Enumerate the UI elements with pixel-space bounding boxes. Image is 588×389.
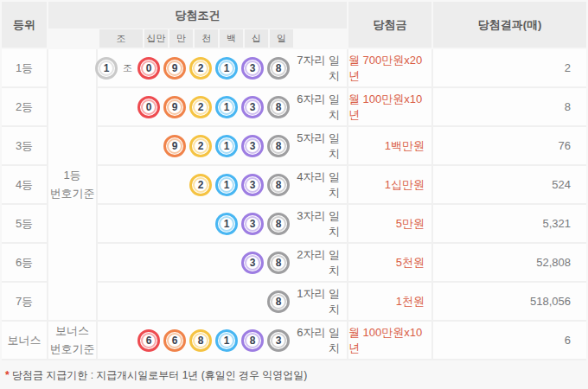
lottery-ball-digit: 8	[271, 294, 286, 309]
winner-count: 524	[433, 166, 586, 203]
winner-count: 52,808	[433, 244, 586, 281]
lottery-ball: 9	[163, 135, 186, 157]
prize-amount: 1백만원	[348, 127, 431, 164]
lottery-ball-digit: 8	[193, 333, 208, 348]
jo-unit-label: 조	[123, 61, 132, 74]
lottery-ball-digit: 2	[193, 99, 208, 115]
prize-amount: 월 100만원x10년	[348, 88, 431, 125]
lottery-ball: 8	[241, 329, 264, 352]
lottery-ball: 1	[215, 96, 238, 118]
lottery-ball: 8	[267, 57, 290, 80]
match-condition-label: 2자리 일치	[297, 247, 340, 278]
lottery-ball: 8	[267, 135, 290, 157]
prize-amount: 1십만원	[348, 166, 431, 203]
lottery-ball: 0	[137, 57, 160, 80]
ball-group: 38	[241, 252, 290, 274]
ball-group: 92138	[163, 135, 290, 157]
prize-amount: 5만원	[348, 205, 431, 242]
header-result: 당첨결과(매)	[433, 2, 586, 48]
winning-condition-cell: 6681836자리 일치	[98, 322, 347, 359]
lottery-ball-digit: 3	[245, 177, 260, 193]
group-cell-first-prize-basis: 1등 번호기준	[48, 49, 96, 320]
ball-group: 668183	[137, 329, 290, 352]
header-condition-title: 당첨조건	[48, 2, 347, 29]
lottery-ball-digit: 8	[271, 61, 286, 76]
lottery-ball: 1	[95, 57, 118, 80]
lottery-ball: 1	[215, 329, 238, 352]
lottery-ball-digit: 1	[219, 216, 234, 232]
lottery-ball: 6	[163, 329, 186, 352]
lottery-ball-digit: 8	[271, 255, 286, 271]
payment-deadline-note: * 당첨금 지급기한 : 지급개시일로부터 1년 (휴일인 경우 익영업일)	[2, 368, 586, 383]
winner-count: 518,056	[433, 283, 586, 320]
winning-condition-cell: 0921386자리 일치	[98, 88, 347, 125]
lottery-ball-digit: 3	[271, 333, 286, 348]
winning-condition-cell: 382자리 일치	[98, 244, 347, 281]
lottery-ball: 8	[267, 96, 290, 118]
lottery-ball-digit: 8	[245, 333, 260, 348]
ball-group: 138	[215, 213, 290, 235]
prize-amount: 월 700만원x20년	[348, 49, 431, 86]
lottery-ball: 3	[241, 174, 264, 196]
lottery-ball: 1	[215, 174, 238, 196]
table-body: 1등 번호기준 보너스 번호기준 1등1조0921387자리 일치월 700만원…	[2, 49, 586, 360]
lottery-ball-digit: 3	[245, 61, 260, 76]
lottery-ball-digit: 8	[271, 99, 286, 115]
lottery-ball-digit: 3	[245, 255, 260, 271]
digit-position-label: 십만	[144, 29, 168, 48]
lottery-ball: 8	[267, 290, 290, 313]
winning-condition-cell: 921385자리 일치	[98, 127, 347, 164]
lottery-ball-digit: 9	[167, 99, 182, 115]
lottery-ball: 2	[189, 96, 212, 118]
lottery-ball: 0	[137, 96, 160, 118]
lottery-ball-digit: 6	[167, 333, 182, 348]
match-condition-label: 4자리 일치	[297, 169, 340, 201]
lottery-ball: 8	[267, 174, 290, 196]
rank-label: 3등	[2, 127, 47, 164]
lottery-ball-digit: 3	[245, 99, 260, 115]
digit-position-strip: 조십만만천백십일	[99, 29, 293, 48]
lottery-ball: 8	[267, 252, 290, 274]
prize-amount: 월 100만원x10년	[348, 322, 431, 359]
lottery-ball-digit: 1	[219, 177, 234, 193]
digit-position-label: 조	[99, 29, 143, 48]
lottery-ball-digit: 1	[219, 99, 234, 115]
lottery-ball-digit: 2	[193, 177, 208, 193]
lottery-results-table: 등위 당첨조건 조십만만천백십일 당첨금 당첨결과(매) 1등 번호기준 보너스…	[2, 2, 586, 383]
lottery-ball: 3	[241, 135, 264, 157]
lottery-ball: 1	[215, 213, 238, 235]
ball-group: 8	[267, 290, 290, 313]
ball-group: 092138	[137, 96, 290, 118]
winning-condition-cell: 1383자리 일치	[98, 205, 347, 242]
lottery-ball: 2	[189, 57, 212, 80]
rank-label: 보너스	[2, 322, 47, 359]
rank-label: 6등	[2, 244, 47, 281]
lottery-ball: 6	[137, 329, 160, 352]
lottery-ball: 9	[163, 96, 186, 118]
footnote-asterisk: *	[5, 369, 10, 381]
lottery-ball-digit: 0	[141, 99, 157, 115]
match-condition-label: 1자리 일치	[297, 286, 340, 317]
group-cell-bonus-basis: 보너스 번호기준	[48, 322, 96, 359]
header-prize: 당첨금	[348, 2, 431, 48]
winning-condition-cell: 21384자리 일치	[98, 166, 347, 203]
lottery-ball-digit: 9	[167, 61, 182, 76]
digit-position-label: 일	[270, 29, 293, 48]
prize-amount: 1천원	[348, 283, 431, 320]
winner-count: 2	[433, 49, 586, 86]
lottery-ball-digit: 2	[193, 61, 208, 76]
lottery-ball-digit: 1	[99, 61, 114, 76]
lottery-ball-digit: 8	[271, 177, 286, 193]
match-condition-label: 7자리 일치	[297, 53, 340, 84]
lottery-ball: 3	[241, 213, 264, 235]
winner-count: 8	[433, 88, 586, 125]
ball-group: 1조092138	[95, 57, 290, 80]
winner-count: 5,321	[433, 205, 586, 242]
rank-label: 1등	[2, 49, 47, 86]
lottery-ball-digit: 6	[141, 333, 157, 348]
digit-position-label: 만	[169, 29, 193, 48]
lottery-ball: 1	[215, 135, 238, 157]
lottery-ball-digit: 3	[245, 138, 260, 154]
lottery-ball: 2	[189, 174, 212, 196]
lottery-ball-digit: 1	[219, 333, 234, 348]
